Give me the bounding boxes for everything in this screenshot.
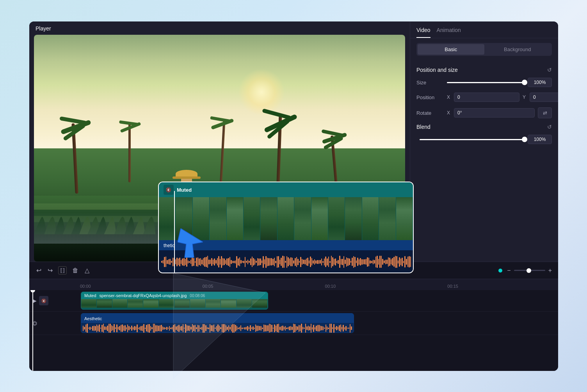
video-mute-button[interactable]: 🔇	[39, 296, 48, 305]
delete-button[interactable]: 🗑	[71, 266, 79, 275]
wave-bar-70	[177, 326, 178, 331]
popup-wave-bar-121	[329, 261, 331, 263]
wave-bar-21	[111, 325, 112, 331]
wave-bar-68	[174, 324, 175, 333]
size-slider[interactable]	[447, 82, 525, 83]
wave-bar-105	[224, 324, 225, 332]
wave-bar-164	[304, 328, 304, 329]
wave-bar-56	[158, 326, 159, 331]
blend-header: Blend ↺	[416, 124, 552, 130]
zoom-out-button[interactable]: −	[507, 267, 511, 274]
split-button[interactable]: ⟦⟧	[58, 266, 67, 274]
wave-bar-195	[345, 326, 346, 331]
blend-reset-icon[interactable]: ↺	[547, 124, 552, 130]
wave-bar-96	[212, 325, 213, 331]
popup-wave-bar-114	[320, 260, 321, 264]
zoom-in-button[interactable]: +	[548, 267, 552, 274]
redo-button[interactable]: ↪	[47, 266, 53, 275]
popup-wave-bar-4	[167, 260, 168, 264]
cursor-arrow	[178, 228, 203, 259]
size-input[interactable]: 100%	[528, 78, 552, 87]
wave-bar-97	[213, 324, 214, 332]
popup-wave-bar-27	[199, 258, 200, 265]
zoom-slider[interactable]	[514, 270, 545, 271]
tab-animation[interactable]: Animation	[437, 27, 461, 38]
popup-wave-bar-6	[169, 259, 171, 265]
wave-bar-41	[138, 328, 139, 329]
popup-wave-bar-130	[342, 259, 343, 265]
wave-bar-165	[305, 324, 306, 333]
wave-bar-19	[109, 324, 109, 333]
wave-bar-80	[190, 327, 191, 330]
clip-header: Muted spenser-sembrat-dqFRxQAqsb4-unspla…	[81, 292, 268, 299]
wave-bar-131	[259, 326, 260, 330]
popup-wave-bar-93	[290, 257, 292, 266]
popup-wave-bar-106	[309, 260, 310, 264]
audio-clip[interactable]: Aesthetic // Generate waveform bars inli…	[81, 313, 354, 333]
position-y-input[interactable]	[530, 93, 558, 102]
panel-tabs: Video Animation	[410, 21, 558, 38]
popup-wave-bar-72	[261, 260, 263, 263]
subtab-background[interactable]: Background	[484, 44, 551, 55]
wave-bar-141	[273, 328, 274, 329]
popup-wave-bar-67	[254, 259, 256, 265]
popup-wave-bar-109	[313, 260, 314, 264]
wave-bar-53	[154, 324, 155, 333]
blend-slider[interactable]	[420, 139, 525, 140]
popup-wave-bar-68	[256, 261, 257, 263]
popup-wave-bar-43	[221, 256, 222, 268]
popup-wave-bar-34	[208, 260, 210, 264]
wave-bar-145	[278, 324, 279, 333]
popup-wave-bar-123	[332, 257, 333, 266]
timeline-cursor[interactable]	[32, 290, 33, 371]
popup-wave-bar-120	[328, 257, 329, 267]
popup-wave-bar-42	[220, 259, 221, 265]
wave-bar-33	[127, 324, 128, 332]
popup-wave-bar-33	[207, 256, 208, 268]
wave-bar-138	[269, 324, 270, 333]
ruler-mark-0: 00:00	[80, 284, 91, 289]
wave-bar-127	[254, 328, 255, 329]
wave-bar-81	[192, 324, 193, 332]
wave-bar-173	[316, 326, 317, 331]
wave-bar-11	[98, 326, 98, 331]
wave-bar-100	[217, 324, 218, 332]
popup-wave-bar-37	[213, 260, 214, 264]
audio-clip-header: Aesthetic	[81, 314, 354, 323]
rotate-flip-btn[interactable]: ⇄	[538, 107, 552, 118]
flip-button[interactable]: △	[84, 266, 90, 275]
wave-bar-128	[255, 324, 256, 332]
wave-bar-66	[172, 327, 173, 330]
popup-wave-bar-161	[385, 260, 386, 264]
position-reset-icon[interactable]: ↺	[547, 67, 552, 73]
popup-wave-bar-156	[378, 259, 379, 265]
wave-bar-183	[329, 324, 330, 333]
popup-wave-bar-148	[367, 257, 368, 267]
size-row: Size 100%	[416, 78, 552, 87]
blend-section: Blend ↺ 100%	[416, 124, 552, 144]
wave-bar-51	[151, 327, 152, 329]
wave-bar-184	[331, 324, 331, 333]
undo-button[interactable]: ↩	[36, 266, 42, 275]
position-x-input[interactable]	[454, 93, 519, 102]
rotate-x-input[interactable]	[454, 108, 535, 118]
tab-video[interactable]: Video	[416, 27, 430, 38]
popup-wave-bar-87	[282, 256, 283, 268]
subtab-basic[interactable]: Basic	[418, 44, 484, 55]
popup-wave-bar-54	[236, 256, 237, 268]
video-clip[interactable]: Muted spenser-sembrat-dqFRxQAqsb4-unspla…	[81, 292, 268, 310]
wave-bar-133	[262, 328, 263, 329]
popup-cursor-line	[174, 191, 175, 273]
popup-wave-bar-7	[171, 261, 172, 263]
wave-bar-190	[339, 325, 340, 331]
wave-bar-84	[196, 327, 197, 329]
popup-wave-bar-179	[410, 257, 411, 267]
popup-wave-bar-17	[185, 259, 186, 265]
popup-mute-button[interactable]: 🔇	[164, 185, 174, 195]
wave-bar-192	[342, 327, 342, 330]
wave-bar-3	[87, 324, 87, 333]
popup-wave-bar-118	[325, 257, 326, 267]
wave-bar-132	[261, 326, 261, 331]
wave-bar-69	[176, 326, 176, 330]
blend-input[interactable]: 100%	[528, 135, 552, 144]
